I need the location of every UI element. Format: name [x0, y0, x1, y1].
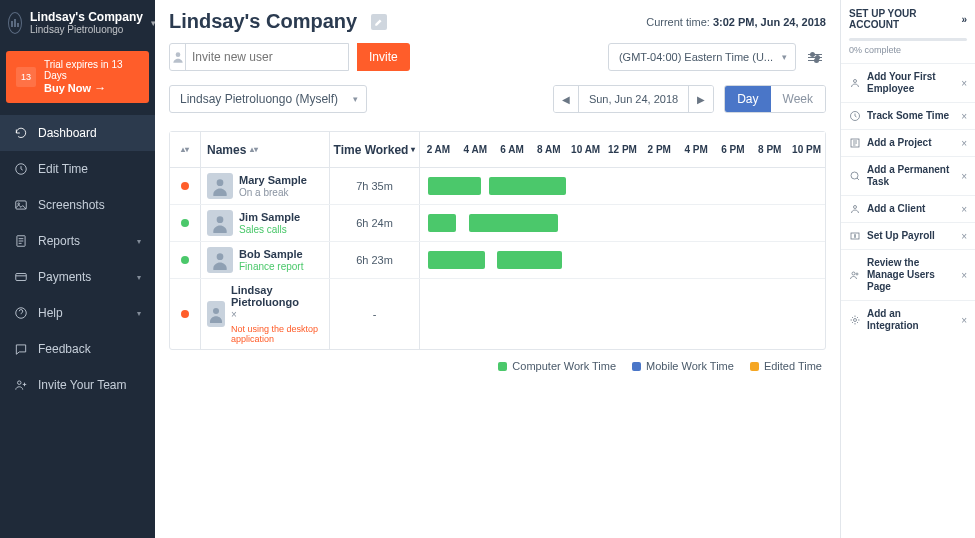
time-cell: 7h 35m — [330, 168, 420, 204]
invite-button[interactable]: Invite — [357, 43, 410, 71]
time-bar — [497, 251, 562, 269]
date-label: Sun, Jun 24, 2018 — [578, 86, 689, 112]
close-icon[interactable]: × — [961, 78, 967, 89]
status-cell — [170, 205, 200, 241]
sidebar-item-dashboard[interactable]: Dashboard — [0, 115, 155, 151]
settings-icon[interactable] — [804, 46, 826, 68]
table-row: Mary SampleOn a break 7h 35m — [170, 168, 825, 204]
sidebar-item-payments[interactable]: Payments▾ — [0, 259, 155, 295]
setup-item-add-a-permanent-task[interactable]: Add a Permanent Task× — [841, 156, 975, 195]
hour-label: 4 AM — [457, 144, 494, 155]
time-cell: 6h 24m — [330, 205, 420, 241]
svg-rect-7 — [16, 274, 27, 281]
setup-item-add-an-integration[interactable]: Add an Integration× — [841, 300, 975, 339]
close-icon[interactable]: × — [961, 315, 967, 326]
sidebar-item-label: Edit Time — [38, 162, 88, 176]
status-column-header[interactable]: ▴▾ — [170, 132, 200, 167]
name-cell[interactable]: Lindsay Pietroluongo×Not using the deskt… — [200, 279, 330, 349]
time-bar — [428, 251, 485, 269]
status-dot-icon — [181, 256, 189, 264]
week-tab[interactable]: Week — [771, 86, 825, 112]
svg-point-12 — [217, 216, 224, 223]
svg-point-11 — [217, 179, 224, 186]
collapse-icon[interactable]: » — [961, 14, 967, 25]
name-cell[interactable]: Bob SampleFinance report — [200, 242, 330, 278]
names-column-header[interactable]: Names ▴▾ — [200, 132, 330, 167]
svg-point-15 — [854, 80, 857, 83]
setup-item-set-up-payroll[interactable]: Set Up Payroll× — [841, 222, 975, 249]
trial-banner[interactable]: 13 Trial expires in 13 Days Buy Now → — [6, 51, 149, 103]
legend-label: Mobile Work Time — [646, 360, 734, 372]
hour-label: 12 PM — [604, 144, 641, 155]
edit-title-button[interactable] — [371, 14, 387, 30]
legend-color-icon — [750, 362, 759, 371]
sidebar-item-help[interactable]: Help▾ — [0, 295, 155, 331]
setup-item-review-the-manage-users-page[interactable]: Review the Manage Users Page× — [841, 249, 975, 300]
prev-day-button[interactable]: ◀ — [554, 86, 578, 112]
close-icon[interactable]: × — [961, 111, 967, 122]
sidebar-item-invite-your-team[interactable]: Invite Your Team — [0, 367, 155, 403]
timezone-select[interactable]: (GMT-04:00) Eastern Time (U... — [608, 43, 796, 71]
avatar — [207, 210, 233, 236]
table-row: Bob SampleFinance report 6h 23m — [170, 241, 825, 278]
chevron-down-icon: ▾ — [137, 309, 141, 318]
close-icon[interactable]: × — [961, 231, 967, 242]
page-title: Lindsay's Company — [169, 10, 357, 33]
time-column-header[interactable]: Time Worked ▾ — [330, 132, 420, 167]
buy-now-label: Buy Now — [44, 82, 91, 94]
hour-label: 8 AM — [530, 144, 567, 155]
time-bar — [469, 214, 558, 232]
status-cell — [170, 279, 200, 349]
user-name: Lindsay Pietroluongo — [231, 284, 323, 308]
svg-point-9 — [18, 381, 22, 385]
warning-text: Not using the desktop application — [231, 324, 323, 344]
svg-rect-2 — [17, 23, 19, 27]
hour-label: 4 PM — [678, 144, 715, 155]
name-cell[interactable]: Jim SampleSales calls — [200, 205, 330, 241]
legend-color-icon — [498, 362, 507, 371]
sidebar-item-label: Feedback — [38, 342, 91, 356]
setup-item-add-a-project[interactable]: Add a Project× — [841, 129, 975, 156]
user-name: Mary Sample — [239, 174, 307, 186]
chart-cell — [420, 205, 825, 241]
setup-panel: SET UP YOUR ACCOUNT » 0% complete Add Yo… — [840, 0, 975, 538]
invite-input[interactable] — [186, 50, 348, 64]
user-filter-select[interactable]: Lindsay Pietroluongo (Myself) — [169, 85, 367, 113]
user-status: Sales calls — [239, 224, 287, 235]
close-icon[interactable]: × — [961, 171, 967, 182]
sidebar-item-label: Invite Your Team — [38, 378, 127, 392]
next-day-button[interactable]: ▶ — [689, 86, 713, 112]
day-tab[interactable]: Day — [725, 86, 770, 112]
status-cell — [170, 168, 200, 204]
company-switcher[interactable]: Lindsay's Company Lindsay Pietroluongo ▾ — [0, 0, 155, 45]
hour-label: 6 PM — [715, 144, 752, 155]
time-bar — [428, 214, 456, 232]
close-icon[interactable]: × — [961, 270, 967, 281]
sidebar-item-label: Help — [38, 306, 63, 320]
name-cell[interactable]: Mary SampleOn a break — [200, 168, 330, 204]
card-icon — [14, 270, 28, 284]
sort-down-icon: ▾ — [411, 145, 415, 154]
setup-item-add-a-client[interactable]: Add a Client× — [841, 195, 975, 222]
legend-label: Edited Time — [764, 360, 822, 372]
integration-icon — [849, 314, 861, 326]
help-icon — [14, 306, 28, 320]
setup-item-track-some-time[interactable]: Track Some Time× — [841, 102, 975, 129]
svg-point-13 — [217, 253, 224, 260]
sidebar-item-reports[interactable]: Reports▾ — [0, 223, 155, 259]
avatar — [207, 173, 233, 199]
close-icon[interactable]: × — [961, 138, 967, 149]
chevron-down-icon: ▾ — [137, 273, 141, 282]
sidebar-item-feedback[interactable]: Feedback — [0, 331, 155, 367]
setup-item-add-your-first-employee[interactable]: Add Your First Employee× — [841, 63, 975, 102]
close-icon[interactable]: × — [961, 204, 967, 215]
sidebar-item-label: Screenshots — [38, 198, 105, 212]
sidebar-item-edit-time[interactable]: Edit Time — [0, 151, 155, 187]
clock-icon — [849, 110, 861, 122]
invite-icon — [14, 378, 28, 392]
sidebar-item-screenshots[interactable]: Screenshots — [0, 187, 155, 223]
time-cell: - — [330, 279, 420, 349]
pencil-icon — [374, 17, 384, 27]
svg-point-19 — [854, 206, 857, 209]
setup-item-label: Add an Integration — [867, 308, 955, 332]
